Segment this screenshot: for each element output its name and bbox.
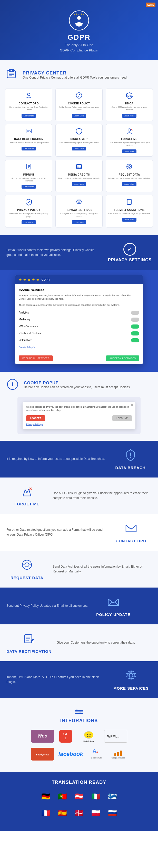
request-data-section: REQUEST DATA Send Data Archives of all t… [0, 551, 158, 588]
pc-btn-1[interactable]: Learn More [72, 114, 86, 118]
pc-btn-7[interactable]: Learn More [72, 182, 86, 186]
svg-point-43 [130, 457, 131, 458]
svg-text:...: ... [117, 736, 120, 738]
pc-btn-3[interactable]: Learn More [22, 147, 36, 151]
cs-required: These cookies are necessary for the webs… [19, 304, 139, 307]
forget-me-desc: Use our GDPR Plugin to give your users t… [53, 491, 152, 500]
privacy-center-icon [5, 67, 18, 82]
data-breach-title: DATA BREACH [110, 465, 151, 470]
request-data-icon [6, 558, 48, 574]
data-rectification-section: DATA RECTIFICATION Give your Customers t… [0, 624, 158, 661]
svg-text:7: 7 [65, 737, 67, 740]
pc-btn-8[interactable]: Learn More [122, 182, 137, 186]
cp-screenshot: ✕ We use cookies to give you the best on… [18, 397, 140, 434]
data-rect-title: DATA RECTIFICATION [6, 649, 52, 654]
cs-toggle-technical[interactable] [131, 331, 139, 336]
more-services-section: Imprint, DMCA and More. All GDPR Feature… [0, 661, 158, 698]
flag-gr: 🇬🇷 [106, 790, 119, 803]
cookie-policy-icon [58, 92, 100, 100]
svg-rect-79 [120, 750, 122, 756]
svg-rect-16 [26, 129, 31, 133]
pc-desc-6: Add an Imprint page required in some cou… [7, 177, 50, 182]
cs-toggle-cloudflare[interactable] [131, 338, 139, 342]
mailchimp-logo: MailChimp [77, 730, 100, 743]
pc-title-0: CONTACT DPO [7, 102, 50, 105]
close-icon[interactable]: ✕ [131, 403, 133, 407]
privacy-center-grid: CONTACT DPO Set a contact form for your … [5, 89, 153, 227]
cp-popup-buttons: I ACCEPT I DECLINE [26, 415, 132, 421]
cs-row-technical: • Technical Cookies [19, 330, 139, 337]
pc-btn-10[interactable]: Learn More [72, 220, 86, 224]
pc-item-privacy-settings: PRIVACY SETTINGS Configure and control p… [55, 195, 103, 227]
privacy-center-desc: One Control Privacy Center, that offers … [23, 76, 128, 79]
more-services-title-block: MORE SERVICES [110, 669, 152, 690]
svg-point-69 [84, 731, 94, 739]
cs-toggle-woo[interactable] [131, 324, 139, 329]
privacy-settings-text: Let your users control their own privacy… [6, 248, 103, 257]
flag-at: 🇦🇹 [73, 790, 85, 803]
svg-point-9 [27, 93, 30, 96]
elite-badge: ELITE [146, 3, 155, 7]
pc-desc-10: Configure and control privacy settings f… [58, 212, 100, 218]
request-data-title: REQUEST DATA [6, 576, 48, 580]
pc-btn-2[interactable]: Learn More [122, 114, 137, 118]
hero-description: GDPR Compliance Plugin [5, 49, 153, 52]
contact-dpo-text: For other Data related questions you can… [6, 527, 105, 537]
policy-update-title-block: POLICY UPDATE [93, 595, 134, 617]
svg-text:★ ★ ★ ★ ★: ★ ★ ★ ★ ★ [73, 13, 85, 16]
cp-privacy-link[interactable]: Privacy Settings [26, 423, 132, 426]
cs-label-technical: • Technical Cookies [19, 332, 41, 335]
cp-accept-button[interactable]: I ACCEPT [26, 415, 45, 421]
accept-all-btn[interactable]: ACCEPT ALL SERVICES [106, 355, 139, 361]
data-rect-icon-feat [6, 632, 52, 647]
decline-all-btn[interactable]: DECLINE ALL SERVICES [19, 355, 53, 361]
pc-title-8: REQUEST DATA [108, 173, 151, 176]
integrations-section: INTEGRATIONS Woo CF 7 MailChimp [0, 698, 158, 772]
cs-row-analytics: Analytics [19, 309, 139, 316]
cs-label-analytics: Analytics [19, 311, 29, 314]
privacy-settings-title: PRIVACY SETTINGS [108, 258, 152, 262]
data-breach-section: It is required by Law to inform your use… [0, 441, 158, 477]
svg-point-12 [79, 94, 80, 95]
more-services-text: Imprint, DMCA and More. All GDPR Feature… [6, 675, 105, 684]
pc-desc-5: Give users the right to be forgotten fro… [108, 142, 151, 147]
svg-point-49 [25, 563, 29, 567]
pc-title-6: IMPRINT [7, 173, 50, 176]
privacy-settings-icon-pc [58, 198, 100, 207]
cs-body: Cookie Services When you visit any web s… [15, 284, 143, 352]
data-rect-title-block: DATA RECTIFICATION [6, 632, 52, 654]
pc-title-3: DATA RECTIFICATION [7, 138, 50, 141]
gdpr-icon: ★ ★ ★ ★ ★ [69, 10, 89, 31]
pc-btn-9[interactable]: Learn More [22, 220, 36, 224]
more-services-desc: Imprint, DMCA and More. All GDPR Feature… [6, 675, 105, 684]
cs-toggle-analytics[interactable] [131, 311, 139, 315]
flags-row-1: 🇩🇪 🇵🇹 🇦🇹 🇮🇹 🇬🇷 [5, 790, 153, 803]
forget-me-icon-pc [108, 127, 151, 136]
pc-btn-5[interactable]: Learn More [122, 150, 137, 153]
pc-title-1: COOKIE POLICY [58, 102, 100, 105]
contact-dpo-icon-feat [110, 522, 152, 537]
flag-dk: 🇩🇰 [73, 807, 85, 819]
flag-es: 🇪🇸 [56, 807, 69, 819]
pc-btn-11[interactable]: Learn More [122, 218, 137, 222]
mailchimp-text: MailChimp [83, 740, 94, 742]
cookie-policy-link[interactable]: Cookie Policy ✎ [19, 344, 139, 348]
pc-desc-1: Add a Cookie Policy page and manage your… [58, 106, 100, 111]
pc-title-10: PRIVACY SETTINGS [58, 209, 100, 211]
pc-btn-0[interactable]: Learn More [22, 114, 36, 118]
imprint-icon [7, 163, 50, 172]
more-services-title: MORE SERVICES [110, 686, 152, 690]
pc-item-media-credits: MEDIA CREDITS Give credits to media auth… [55, 160, 103, 192]
svg-point-11 [78, 95, 78, 95]
svg-point-71 [89, 734, 90, 735]
cp-decline-button[interactable]: I DECLINE [112, 415, 132, 421]
privacy-center-section: PRIVACY CENTER One Control Privacy Cente… [0, 60, 158, 235]
cs-toggle-marketing[interactable] [131, 317, 139, 322]
cs-footer: DECLINE ALL SERVICES ACCEPT ALL SERVICES [15, 352, 143, 364]
pc-btn-6[interactable]: Learn More [22, 185, 36, 189]
svg-rect-77 [114, 753, 116, 756]
pc-item-dmca: DMCA DMCA Add a DMCA protection banner t… [106, 89, 153, 121]
pc-title-9: PRIVACY POLICY [7, 209, 50, 211]
svg-text:i: i [12, 381, 14, 387]
pc-btn-4[interactable]: Learn More [72, 147, 86, 151]
